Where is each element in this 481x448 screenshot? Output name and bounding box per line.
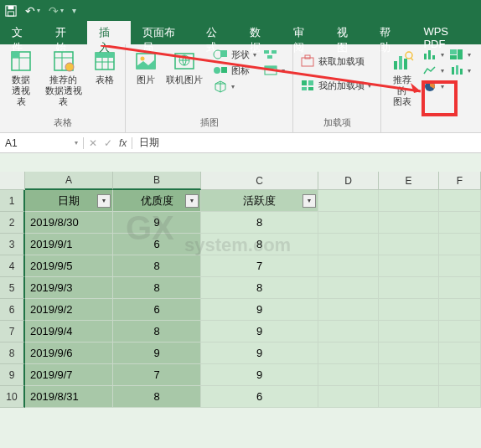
cell[interactable] [439, 321, 481, 342]
cell[interactable] [439, 234, 481, 255]
cell[interactable]: 9 [201, 299, 318, 321]
recommended-pivot-button[interactable]: 推荐的 数据透视表 [40, 48, 86, 109]
cell[interactable] [379, 299, 439, 321]
chart-hier-button[interactable]: ▾ [449, 48, 471, 61]
tab-file[interactable]: 文件 [0, 21, 44, 44]
cell[interactable]: 日期▼ [25, 190, 113, 212]
cell[interactable] [379, 212, 439, 234]
cell[interactable] [379, 342, 439, 364]
cell[interactable] [439, 342, 481, 364]
row-header[interactable]: 1 [0, 190, 25, 212]
cell[interactable] [318, 212, 379, 234]
cell[interactable] [379, 234, 439, 255]
cell[interactable] [318, 299, 379, 321]
cell[interactable]: 6 [113, 234, 201, 255]
undo-icon[interactable]: ↶▾ [25, 4, 40, 18]
row-header[interactable]: 4 [0, 255, 25, 277]
cell[interactable]: 8 [113, 386, 201, 408]
col-header-e[interactable]: E [379, 172, 439, 190]
chart-stat-button[interactable]: ▾ [449, 64, 471, 77]
cell[interactable] [318, 342, 379, 364]
confirm-icon[interactable]: ✓ [104, 137, 112, 149]
row-header[interactable]: 9 [0, 364, 25, 386]
cell[interactable]: 优质度▼ [113, 190, 201, 212]
cell[interactable] [379, 277, 439, 299]
cancel-icon[interactable]: ✕ [89, 137, 97, 149]
cell[interactable]: 9 [201, 364, 318, 386]
fx-icon[interactable]: fx [119, 137, 127, 149]
tab-formulas[interactable]: 公式 [194, 21, 238, 44]
row-header[interactable]: 7 [0, 321, 25, 342]
cell[interactable]: 8 [201, 277, 318, 299]
cell[interactable] [439, 277, 481, 299]
cell[interactable]: 9 [113, 212, 201, 234]
tab-insert[interactable]: 插入 [87, 21, 131, 44]
row-header[interactable]: 2 [0, 212, 25, 234]
cell[interactable]: 2019/9/3 [25, 277, 113, 299]
cell[interactable] [318, 234, 379, 255]
cell[interactable]: 8 [201, 212, 318, 234]
col-header-a[interactable]: A [25, 172, 113, 190]
cell[interactable] [439, 364, 481, 386]
name-box[interactable]: A1▾ [0, 137, 84, 149]
col-header-b[interactable]: B [113, 172, 201, 190]
cell[interactable] [439, 255, 481, 277]
cell[interactable] [379, 321, 439, 342]
row-header[interactable]: 6 [0, 299, 25, 321]
filter-icon[interactable]: ▼ [97, 194, 111, 208]
cell[interactable]: 活跃度▼ [201, 190, 318, 212]
formula-input[interactable]: 日期 [132, 136, 481, 150]
cell[interactable] [318, 321, 379, 342]
cell[interactable] [439, 386, 481, 408]
cell[interactable]: 7 [201, 255, 318, 277]
cell[interactable]: 2019/9/6 [25, 342, 113, 364]
cell[interactable]: 8 [113, 277, 201, 299]
cell[interactable] [379, 190, 439, 212]
col-header-d[interactable]: D [318, 172, 379, 190]
cell[interactable] [439, 299, 481, 321]
cell[interactable]: 8 [113, 255, 201, 277]
cell[interactable]: 9 [201, 321, 318, 342]
col-header-f[interactable]: F [439, 172, 481, 190]
filter-icon[interactable]: ▼ [185, 194, 199, 208]
pivot-table-button[interactable]: 数据 透视表 [7, 48, 35, 109]
row-header[interactable]: 8 [0, 342, 25, 364]
tab-view[interactable]: 视图 [325, 21, 369, 44]
cell[interactable] [318, 190, 379, 212]
row-header[interactable]: 10 [0, 386, 25, 408]
redo-icon[interactable]: ↷▾ [49, 4, 64, 18]
cell[interactable]: 2019/9/2 [25, 299, 113, 321]
cell[interactable]: 2019/9/5 [25, 255, 113, 277]
cell[interactable]: 9 [201, 342, 318, 364]
filter-icon[interactable]: ▼ [303, 194, 316, 208]
row-header[interactable]: 5 [0, 277, 25, 299]
cell[interactable]: 7 [113, 364, 201, 386]
row-header[interactable]: 3 [0, 234, 25, 255]
col-header-c[interactable]: C [201, 172, 318, 190]
cell[interactable] [318, 277, 379, 299]
cell[interactable]: 2019/9/1 [25, 234, 113, 255]
cell[interactable]: 6 [201, 386, 318, 408]
cell[interactable]: 9 [113, 342, 201, 364]
tab-layout[interactable]: 页面布局 [131, 21, 194, 44]
cell[interactable]: 6 [113, 299, 201, 321]
cell[interactable]: 2019/9/7 [25, 364, 113, 386]
cell[interactable]: 8 [201, 234, 318, 255]
cell[interactable] [379, 386, 439, 408]
tab-wps[interactable]: WPS PDF [411, 21, 481, 44]
cell[interactable] [439, 212, 481, 234]
tab-home[interactable]: 开始 [44, 21, 87, 44]
cell[interactable] [379, 364, 439, 386]
cell[interactable] [318, 255, 379, 277]
cell[interactable] [318, 386, 379, 408]
select-all-corner[interactable] [0, 172, 25, 190]
cell[interactable]: 2019/8/30 [25, 212, 113, 234]
cell[interactable] [379, 255, 439, 277]
cell[interactable] [318, 364, 379, 386]
cell[interactable]: 8 [113, 321, 201, 342]
cell[interactable]: 2019/9/4 [25, 321, 113, 342]
tab-review[interactable]: 审阅 [282, 21, 325, 44]
cell[interactable]: 2019/8/31 [25, 386, 113, 408]
save-icon[interactable] [5, 5, 17, 17]
tab-help[interactable]: 帮助 [368, 21, 411, 44]
